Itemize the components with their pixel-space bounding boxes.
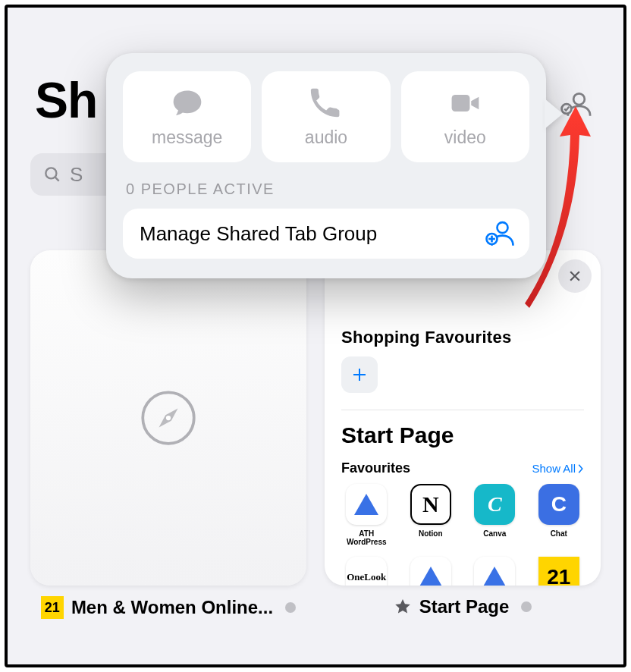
tab-label-left[interactable]: 21 Men & Women Online... — [41, 596, 296, 619]
favourite-item[interactable]: CCanva — [469, 484, 520, 546]
favourite-item[interactable] — [469, 557, 520, 586]
video-button[interactable]: video — [401, 71, 529, 162]
presence-dot — [521, 601, 532, 612]
manage-label: Manage Shared Tab Group — [140, 222, 377, 246]
plus-icon — [350, 366, 369, 384]
svg-point-11 — [498, 222, 508, 233]
share-people-icon[interactable] — [558, 88, 592, 121]
favourite-caption: ATH WordPress — [344, 529, 389, 546]
search-icon — [42, 165, 62, 184]
favourites-label: Favourites — [341, 460, 410, 476]
video-icon — [448, 86, 482, 120]
close-tab-button[interactable] — [558, 259, 592, 293]
video-label: video — [444, 127, 486, 148]
tab-tile-empty[interactable] — [30, 250, 306, 586]
favourite-icon: 21 — [538, 557, 579, 586]
svg-line-1 — [55, 177, 58, 181]
tab-label-left-text: Men & Women Online... — [71, 597, 273, 618]
phone-icon — [309, 86, 343, 120]
manage-shared-tab-group-button[interactable]: Manage Shared Tab Group — [123, 209, 529, 259]
audio-button[interactable]: audio — [262, 71, 390, 162]
chevron-right-icon — [577, 463, 584, 474]
favourite-icon: OneLook — [346, 557, 387, 586]
add-favourite-button[interactable] — [341, 356, 378, 393]
tab-label-right[interactable]: Start Page — [394, 596, 532, 617]
favourite-icon: N — [410, 484, 451, 525]
star-icon — [394, 598, 412, 616]
close-icon — [567, 268, 582, 284]
favourite-caption: Notion — [419, 529, 443, 538]
favourite-caption: Chat — [551, 529, 567, 538]
presence-dot — [285, 602, 296, 613]
svg-point-2 — [573, 93, 585, 105]
people-active-label: 0 PEOPLE ACTIVE — [126, 181, 526, 198]
favourite-item[interactable]: NNotion — [406, 484, 457, 546]
tab-tile-startpage[interactable]: Shopping Favourites Start Page Favourite… — [325, 250, 601, 586]
show-all-text: Show All — [532, 462, 576, 475]
favourite-icon — [346, 484, 387, 525]
share-popover: message audio video 0 PEOPLE ACTIVE Mana… — [106, 53, 546, 278]
favourite-icon — [474, 557, 515, 586]
show-all-link[interactable]: Show All — [532, 462, 584, 475]
message-icon — [171, 86, 204, 120]
favourite-caption: Canva — [483, 529, 506, 538]
favourite-icon: C — [474, 484, 515, 525]
page-title: Sh — [35, 71, 97, 129]
favourite-item[interactable] — [406, 557, 457, 586]
shopping-favourites-title: Shopping Favourites — [341, 328, 584, 347]
favourite-item[interactable]: OneLookOneLook — [341, 557, 392, 586]
favourite-icon — [410, 557, 451, 586]
start-page-heading: Start Page — [341, 422, 584, 448]
compass-icon — [138, 388, 199, 448]
badge21-icon: 21 — [41, 596, 64, 619]
message-button[interactable]: message — [123, 71, 251, 162]
add-people-icon — [484, 218, 516, 250]
search-placeholder: S — [70, 163, 83, 187]
svg-point-0 — [46, 168, 56, 178]
favourite-item[interactable]: CChat — [534, 484, 585, 546]
favourite-item[interactable]: ATH WordPress — [341, 484, 392, 546]
svg-rect-10 — [452, 95, 470, 111]
svg-point-5 — [166, 416, 171, 420]
message-label: message — [152, 127, 222, 148]
favourite-icon: C — [538, 484, 579, 525]
divider — [341, 410, 584, 410]
favourite-item[interactable]: 21 — [534, 557, 585, 586]
audio-label: audio — [305, 127, 347, 148]
tab-label-right-text: Start Page — [419, 596, 510, 617]
